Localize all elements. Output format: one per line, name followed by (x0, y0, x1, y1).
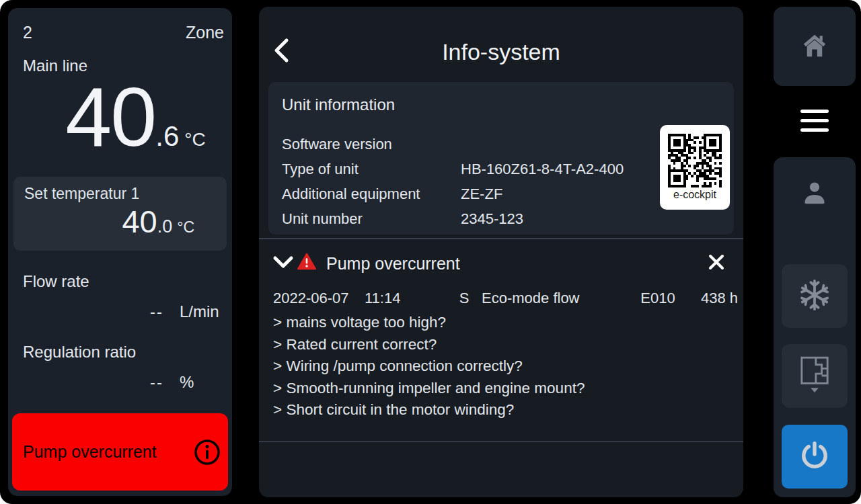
alarm-banner-text: Pump overcurrent (23, 442, 157, 462)
zone-number: 2 (23, 23, 32, 42)
alarm-hours: 438 h (691, 290, 738, 307)
chevron-down-icon (272, 259, 294, 271)
alarm-close-button[interactable] (707, 253, 726, 271)
cooling-button[interactable] (782, 264, 848, 328)
sidebar-item-menu[interactable] (752, 87, 848, 155)
flow-rate-unit: L/min (180, 302, 225, 321)
row-label: Type of unit (282, 161, 461, 178)
page-title: Info-system (259, 39, 743, 65)
qr-code-label: e-cockpit (673, 189, 716, 201)
regulation-ratio-label: Regulation ratio (23, 343, 136, 362)
hmi-screen: 2 Zone Main line 40.6°C Set temperatur 1… (0, 0, 861, 504)
alarm-meta-row: 2022-06-07 11:14 S Eco-mode flow E010 43… (259, 288, 743, 309)
divider (259, 441, 743, 442)
unit-info-heading: Unit information (282, 95, 720, 114)
divider (259, 238, 743, 239)
zone-label: Zone (186, 23, 224, 42)
alarm-code: E010 (625, 290, 691, 307)
flow-rate-label: Flow rate (23, 272, 89, 291)
checklist-item: > Wiring /pump connection correctly? (273, 355, 585, 378)
row-label: Software version (282, 136, 461, 153)
set-temp-value: 40.0°C (24, 206, 216, 237)
alarm-date: 2022-06-07 (273, 290, 365, 307)
unit-information-card: Unit information Software version Type o… (268, 82, 734, 235)
close-icon (707, 262, 726, 274)
unit-info-row: Additional equipment ZE-ZF (282, 181, 720, 206)
mold-icon (799, 355, 830, 397)
regulation-ratio-row: -- % (23, 373, 225, 392)
power-icon (798, 439, 831, 474)
flow-rate-value: -- (150, 302, 163, 321)
zone-header: 2 Zone (23, 23, 224, 42)
set-temp-dec: .0 (157, 216, 173, 237)
home-icon (801, 32, 828, 60)
power-button[interactable] (782, 425, 848, 489)
alarm-title: Pump overcurrent (326, 254, 460, 274)
mold-button[interactable] (782, 344, 848, 408)
main-temp-dec: .6 (155, 120, 179, 152)
alarm-banner[interactable]: Pump overcurrent (12, 413, 228, 491)
zone-panel[interactable]: 2 Zone Main line 40.6°C Set temperatur 1… (8, 8, 232, 496)
alarm-collapse-button[interactable] (272, 255, 294, 269)
info-icon[interactable] (193, 438, 221, 466)
unit-info-row: Type of unit HB-160Z61-8-4T-A2-400 (282, 157, 720, 181)
user-icon (799, 177, 830, 211)
row-value: 2345-123 (461, 210, 720, 228)
checklist-item: > mains voltage too high? (273, 312, 585, 334)
checklist-item: > Rated current correct? (273, 334, 585, 356)
sidebar-lower-section (774, 157, 856, 497)
menu-icon (800, 110, 829, 132)
alarm-checklist: > mains voltage too high? > Rated curren… (273, 312, 585, 421)
qr-code: e-cockpit (660, 125, 730, 210)
checklist-item: > Smooth-running impeller and engine mou… (273, 378, 585, 400)
checklist-item: > Short circuit in the motor winding? (273, 399, 585, 421)
alarm-time: 11:14 (365, 290, 447, 307)
set-temp-int: 40 (122, 204, 157, 239)
flow-rate-row: -- L/min (23, 302, 225, 321)
snowflake-icon (798, 279, 831, 314)
unit-info-row: Software version (282, 132, 720, 157)
regulation-ratio-value: -- (150, 373, 163, 392)
main-temp-unit: °C (184, 129, 205, 150)
sidebar-item-user[interactable] (792, 172, 837, 216)
main-temperature-value: 40.6°C (8, 75, 232, 159)
sidebar-item-home[interactable] (774, 7, 856, 86)
warning-triangle-icon (297, 253, 316, 270)
info-system-panel: Info-system Unit information Software ve… (259, 7, 743, 497)
alarm-message: Eco-mode flow (482, 290, 625, 307)
alarm-state: S (447, 290, 482, 307)
main-temp-int: 40 (65, 71, 155, 163)
set-temperature-card[interactable]: Set temperatur 1 40.0°C (13, 177, 227, 251)
set-temp-label: Set temperatur 1 (24, 185, 216, 203)
row-label: Unit number (282, 210, 461, 228)
regulation-ratio-unit: % (180, 373, 225, 392)
unit-info-row: Unit number 2345-123 (282, 206, 720, 231)
row-label: Additional equipment (282, 185, 461, 203)
set-temp-unit: °C (177, 218, 194, 236)
unit-info-rows: Software version Type of unit HB-160Z61-… (282, 132, 720, 231)
